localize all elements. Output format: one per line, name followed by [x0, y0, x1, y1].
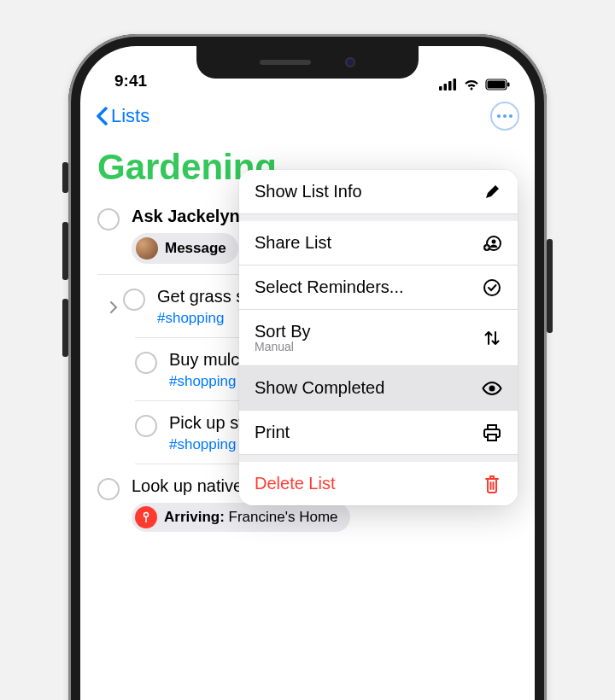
svg-rect-1 — [444, 84, 448, 90]
reminder-radio[interactable] — [97, 478, 120, 500]
svg-rect-18 — [488, 435, 496, 440]
reminder-radio[interactable] — [135, 352, 157, 374]
svg-point-15 — [489, 385, 495, 391]
menu-separator — [239, 455, 518, 462]
battery-icon — [485, 79, 511, 90]
svg-rect-2 — [448, 81, 452, 90]
context-menu: Show List Info Share List Select Reminde… — [239, 170, 518, 505]
location-prefix: Arriving: — [164, 509, 225, 525]
menu-separator — [239, 214, 518, 221]
menu-show-completed[interactable]: Show Completed — [239, 366, 518, 411]
menu-print[interactable]: Print — [239, 411, 518, 455]
message-pill-label: Message — [165, 240, 226, 257]
menu-sort-by[interactable]: Sort By Manual — [239, 310, 518, 366]
chevron-right-icon — [109, 300, 118, 314]
svg-point-7 — [144, 513, 149, 517]
notch — [196, 46, 419, 79]
phone-screen: 9:41 Lists Gardening — [80, 46, 535, 700]
speaker-grille — [260, 60, 311, 65]
printer-icon — [482, 423, 502, 442]
volume-down-button[interactable] — [62, 299, 68, 357]
menu-label: Show Completed — [255, 378, 384, 398]
menu-label: Sort By — [255, 322, 311, 341]
svg-rect-0 — [439, 86, 442, 90]
avatar — [136, 237, 158, 260]
menu-share-list[interactable]: Share List — [239, 221, 518, 265]
back-button[interactable]: Lists — [96, 105, 149, 127]
wifi-icon — [463, 79, 480, 90]
eye-icon — [482, 382, 502, 395]
reminder-radio[interactable] — [135, 415, 157, 437]
reminder-radio[interactable] — [123, 289, 145, 311]
more-button[interactable] — [490, 102, 519, 131]
sort-arrows-icon — [482, 329, 502, 347]
menu-select-reminders[interactable]: Select Reminders... — [239, 265, 518, 310]
trash-icon — [482, 475, 502, 493]
location-pin-icon — [135, 506, 157, 528]
back-label: Lists — [111, 105, 149, 127]
status-time: 9:41 — [114, 72, 147, 90]
menu-label: Print — [255, 423, 290, 442]
menu-label: Show List Info — [255, 182, 362, 201]
location-name: Francine's Home — [225, 509, 338, 525]
silence-switch[interactable] — [62, 162, 68, 193]
power-button[interactable] — [547, 239, 553, 333]
svg-point-10 — [492, 239, 496, 243]
nav-bar: Lists — [80, 96, 535, 137]
phone-frame: 9:41 Lists Gardening — [68, 34, 547, 700]
location-pill[interactable]: Arriving: Francine's Home — [132, 503, 350, 532]
svg-rect-3 — [454, 79, 457, 90]
menu-show-list-info[interactable]: Show List Info — [239, 170, 518, 214]
reminder-radio[interactable] — [97, 208, 120, 230]
svg-rect-6 — [507, 83, 510, 87]
message-pill[interactable]: Message — [132, 233, 238, 264]
front-camera — [345, 57, 355, 67]
menu-sub: Manual — [255, 340, 311, 353]
pencil-icon — [482, 184, 502, 201]
svg-rect-5 — [488, 81, 506, 89]
menu-label: Share List — [255, 233, 331, 253]
check-circle-icon — [482, 278, 502, 297]
svg-point-14 — [484, 280, 500, 295]
volume-up-button[interactable] — [62, 222, 68, 280]
person-add-icon — [482, 234, 502, 253]
cellular-icon — [439, 79, 458, 90]
menu-label: Delete List — [255, 474, 336, 493]
menu-delete-list[interactable]: Delete List — [239, 462, 518, 505]
menu-label: Select Reminders... — [255, 277, 404, 297]
